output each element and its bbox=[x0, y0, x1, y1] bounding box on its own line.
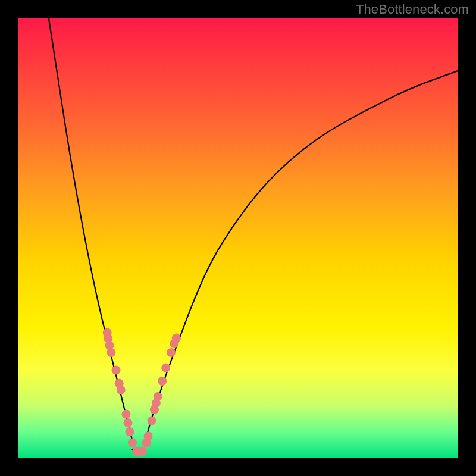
right-branch-path bbox=[146, 71, 458, 441]
marker-dot bbox=[138, 447, 147, 456]
plot-area bbox=[18, 18, 458, 458]
marker-dot bbox=[107, 348, 115, 357]
watermark-text: TheBottleneck.com bbox=[356, 2, 469, 17]
marker-dot bbox=[161, 364, 170, 372]
marker-dot bbox=[128, 439, 137, 447]
marker-dot bbox=[144, 432, 153, 441]
marker-dot bbox=[167, 348, 176, 357]
marker-dot bbox=[148, 416, 156, 425]
left-branch-path bbox=[49, 18, 133, 440]
marker-dot bbox=[112, 366, 121, 375]
marker-dot bbox=[172, 334, 181, 343]
marker-dot bbox=[154, 392, 162, 401]
marker-dot bbox=[126, 427, 134, 436]
left-branch-curve bbox=[49, 18, 133, 440]
marker-dot bbox=[158, 377, 167, 386]
marker-dot bbox=[124, 418, 133, 427]
marker-dot bbox=[122, 410, 131, 419]
curves-svg bbox=[18, 18, 458, 458]
marker-group bbox=[103, 328, 181, 457]
marker-dot bbox=[117, 386, 126, 394]
chart-frame: TheBottleneck.com bbox=[0, 0, 476, 476]
right-branch-curve bbox=[146, 71, 458, 441]
